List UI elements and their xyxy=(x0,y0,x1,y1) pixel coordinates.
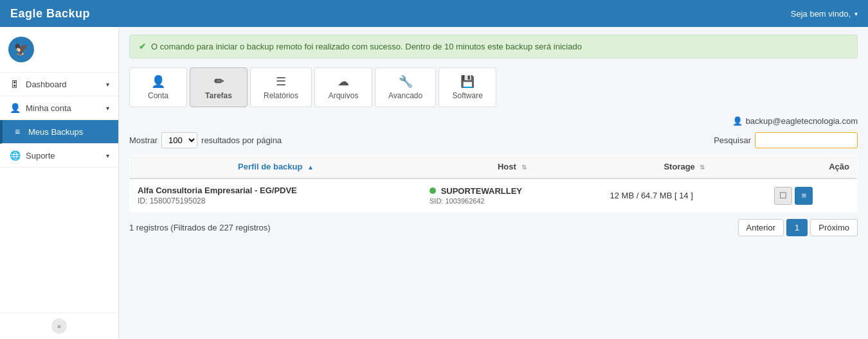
tab-conta[interactable]: 👤 Conta xyxy=(129,67,187,107)
logo-area: 🦅 xyxy=(0,27,118,73)
sidebar-item-meus-backups[interactable]: ≡ Meus Backups xyxy=(0,120,118,144)
sidebar-item-minha-conta[interactable]: 👤 Minha conta ▾ xyxy=(0,96,118,120)
tab-arquivos-label: Arquivos xyxy=(329,91,359,100)
toolbar-left: Mostrar 100 25 50 10 resultados por pági… xyxy=(129,132,282,148)
pagination: Anterior 1 Próximo xyxy=(738,219,858,236)
sidebar-label-dashboard: Dashboard xyxy=(26,80,67,89)
results-per-page-label: resultados por página xyxy=(201,135,282,145)
email-row: 👤 backup@eagletecnologia.com xyxy=(129,116,858,126)
suporte-icon: 🌐 xyxy=(9,150,21,161)
action-edit-button[interactable]: ☐ xyxy=(774,187,792,205)
cell-storage: 12 MB / 64.7 MB [ 14 ] xyxy=(602,178,766,213)
meus-backups-icon: ≡ xyxy=(12,126,23,137)
tab-relatorios-icon: ☰ xyxy=(276,74,286,89)
tab-conta-label: Conta xyxy=(148,91,168,100)
tab-arquivos-icon: ☁ xyxy=(338,74,349,89)
svg-text:🦅: 🦅 xyxy=(14,42,29,56)
storage-value: 12 MB / 64.7 MB [ 14 ] xyxy=(610,191,692,200)
tab-software[interactable]: 💾 Software xyxy=(439,67,496,107)
main-content: ✔ O comando para iniciar o backup remoto… xyxy=(119,27,868,339)
suporte-chevron-icon: ▾ xyxy=(106,152,109,159)
profile-name: Alfa Consultoria Empresarial - EG/PDVE xyxy=(138,186,414,195)
toolbar-right: Pesquisar xyxy=(714,132,858,148)
th-action-label: Ação xyxy=(829,162,849,171)
minha-conta-chevron-icon: ▾ xyxy=(106,105,109,112)
tab-tarefas[interactable]: ✏ Tarefas xyxy=(190,67,248,107)
tab-relatorios-label: Relatórios xyxy=(264,91,298,100)
app-title: Eagle Backup xyxy=(10,7,90,21)
table-toolbar: Mostrar 100 25 50 10 resultados por pági… xyxy=(129,132,858,148)
tab-software-label: Software xyxy=(453,91,483,100)
alert-check-icon: ✔ xyxy=(139,42,146,51)
email-user-icon: 👤 xyxy=(732,116,743,126)
sidebar-label-meus-backups: Meus Backups xyxy=(28,127,83,137)
logo-icon: 🦅 xyxy=(8,36,35,63)
search-label: Pesquisar xyxy=(714,135,751,145)
tab-tarefas-label: Tarefas xyxy=(205,91,232,100)
tab-arquivos[interactable]: ☁ Arquivos xyxy=(314,67,372,107)
tab-tarefas-icon: ✏ xyxy=(214,74,224,89)
tab-software-icon: 💾 xyxy=(460,74,475,89)
sidebar: 🦅 🎛 Dashboard ▾ 👤 Minha conta ▾ ≡ Meus B… xyxy=(0,27,119,339)
welcome-text: Seja bem vindo, xyxy=(791,9,851,19)
alert-message: O comando para iniciar o backup remoto f… xyxy=(151,42,582,51)
backup-table: Perfil de backup ▲ Host ⇅ Storage ⇅ Ação xyxy=(129,155,858,213)
th-host-label: Host xyxy=(498,162,516,171)
sidebar-collapse-button[interactable]: « xyxy=(51,318,67,334)
sidebar-item-dashboard[interactable]: 🎛 Dashboard ▾ xyxy=(0,73,118,96)
host-name: SUPORTEWARLLEY xyxy=(429,186,594,196)
action-buttons: ☐ ≡ xyxy=(774,187,849,205)
tab-avancado-icon: 🔧 xyxy=(399,74,413,89)
tab-avancado[interactable]: 🔧 Avancado xyxy=(375,67,436,107)
th-profile-label: Perfil de backup xyxy=(238,162,302,171)
action-list-button[interactable]: ≡ xyxy=(795,187,813,205)
minha-conta-icon: 👤 xyxy=(9,103,21,113)
tab-relatorios[interactable]: ☰ Relatórios xyxy=(250,67,312,107)
success-alert: ✔ O comando para iniciar o backup remoto… xyxy=(129,35,858,58)
th-host[interactable]: Host ⇅ xyxy=(422,155,602,179)
cell-host: SUPORTEWARLLEY SID: 1003962642 xyxy=(422,178,602,213)
sidebar-label-minha-conta: Minha conta xyxy=(26,103,71,113)
topbar: Eagle Backup Seja bem vindo, ▾ xyxy=(0,0,868,27)
per-page-select[interactable]: 100 25 50 10 xyxy=(161,132,197,148)
user-chevron-icon: ▾ xyxy=(854,10,858,17)
search-input[interactable] xyxy=(755,132,858,148)
prev-page-button[interactable]: Anterior xyxy=(738,219,784,236)
cell-action: ☐ ≡ xyxy=(766,178,857,213)
tab-bar: 👤 Conta ✏ Tarefas ☰ Relatórios ☁ Arquivo… xyxy=(129,67,858,107)
cell-profile: Alfa Consultoria Empresarial - EG/PDVE I… xyxy=(130,178,422,213)
sidebar-item-suporte[interactable]: 🌐 Suporte ▾ xyxy=(0,144,118,168)
tab-avancado-label: Avancado xyxy=(388,91,422,100)
th-storage-label: Storage xyxy=(664,162,694,171)
profile-id: ID: 1580075195028 xyxy=(138,196,414,205)
host-status-dot xyxy=(429,187,436,194)
dashboard-icon: 🎛 xyxy=(9,79,21,89)
dashboard-chevron-icon: ▾ xyxy=(106,81,109,88)
table-row: Alfa Consultoria Empresarial - EG/PDVE I… xyxy=(130,178,858,213)
user-email: backup@eagletecnologia.com xyxy=(746,116,858,126)
th-host-sort-icon: ⇅ xyxy=(521,164,527,171)
th-profile[interactable]: Perfil de backup ▲ xyxy=(130,155,422,179)
sidebar-label-suporte: Suporte xyxy=(26,151,55,161)
th-action: Ação xyxy=(766,155,857,179)
next-page-button[interactable]: Próximo xyxy=(810,219,858,236)
tab-conta-icon: 👤 xyxy=(151,74,165,89)
current-page-button[interactable]: 1 xyxy=(786,219,808,236)
records-count: 1 registros (Filtrados de 227 registros) xyxy=(129,223,271,232)
table-footer: 1 registros (Filtrados de 227 registros)… xyxy=(129,213,858,239)
show-label: Mostrar xyxy=(129,135,158,145)
th-storage-sort-icon: ⇅ xyxy=(700,164,705,171)
host-sid: SID: 1003962642 xyxy=(429,197,594,205)
sidebar-collapse: « xyxy=(0,313,118,339)
th-profile-sort-icon: ▲ xyxy=(307,164,314,171)
user-menu[interactable]: Seja bem vindo, ▾ xyxy=(791,9,858,19)
th-storage[interactable]: Storage ⇅ xyxy=(602,155,766,179)
